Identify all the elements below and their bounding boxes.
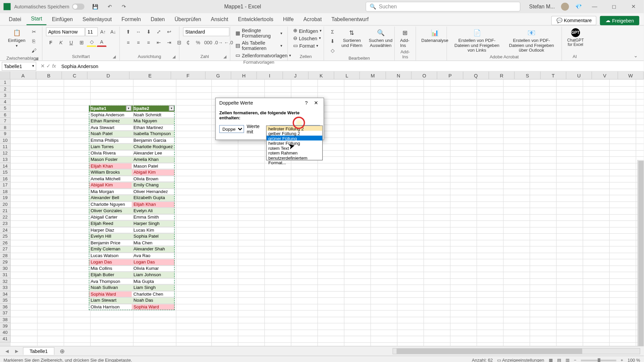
row-header[interactable]: 12 [0, 150, 11, 156]
filter-icon[interactable]: ▾ [126, 106, 131, 111]
table-cell[interactable]: Liam Johnson [132, 272, 175, 278]
row-header[interactable]: 40 [0, 329, 11, 336]
avatar[interactable] [561, 3, 569, 11]
table-cell[interactable]: Amelia Khan [132, 157, 175, 163]
tab-ansicht[interactable]: Ansicht [206, 14, 232, 25]
row-header[interactable]: 17 [0, 182, 11, 188]
clear-icon[interactable]: ◇ [328, 46, 337, 55]
tab-hilfe[interactable]: Hilfe [279, 14, 298, 25]
page-layout-icon[interactable]: ▤ [557, 358, 561, 362]
row-header[interactable]: 3 [0, 92, 11, 99]
format-as-table-button[interactable]: ▤Als Tabelle formatieren▾ [234, 40, 284, 51]
zoom-out-icon[interactable]: − [574, 358, 577, 362]
row-header[interactable]: 41 [0, 336, 11, 342]
table-cell[interactable]: Elijah Butler [89, 272, 132, 278]
table-cell[interactable]: Harper Singh [132, 221, 175, 227]
col-header-G[interactable]: G [205, 72, 231, 79]
table-cell[interactable]: Oliver Hernandez [132, 188, 175, 195]
tab-entwicklertools[interactable]: Entwicklertools [233, 14, 278, 25]
align-right-icon[interactable]: ≡ [144, 38, 153, 47]
data-analysis-button[interactable]: 📊Datenanalyse [420, 27, 450, 44]
row-header[interactable]: 14 [0, 163, 11, 169]
table-cell[interactable]: Charlotte Rodriguez [132, 143, 175, 150]
row-header[interactable]: 28 [0, 252, 11, 259]
col-header-H[interactable]: H [231, 72, 257, 79]
table-cell[interactable]: Mia Collins [89, 265, 132, 272]
insert-cells-button[interactable]: ⊕Einfügen▾ [291, 27, 323, 34]
col-header-N[interactable]: N [386, 72, 412, 79]
col-header-F[interactable]: F [171, 72, 205, 79]
copy-icon[interactable]: ⎘ [29, 37, 39, 45]
share-button[interactable]: ☁ Freigeben [600, 16, 639, 25]
row-header[interactable]: 23 [0, 221, 11, 227]
coming-soon-icon[interactable]: 💎 [575, 4, 582, 10]
table-cell[interactable]: Sophia Ward [132, 304, 175, 310]
pdf-link-button[interactable]: 📄Erstellen von PDF-Dateien und Freigeben… [450, 27, 503, 54]
table-cell[interactable]: Mason Foster [89, 157, 132, 163]
sheet-prev-icon[interactable]: ◀ [4, 349, 11, 353]
grow-font-icon[interactable]: A↑ [98, 27, 108, 36]
table-cell[interactable]: William Brooks [89, 169, 132, 176]
row-header[interactable]: 30 [0, 265, 11, 272]
autosave-toggle[interactable]: Automatisches Speichern [14, 4, 84, 10]
table-cell[interactable]: Emma Phillips [89, 137, 132, 143]
row-header[interactable]: 25 [0, 233, 11, 240]
table-cell[interactable]: Evelyn Ali [132, 207, 175, 214]
table-cell[interactable]: Harper Diaz [89, 227, 132, 233]
tab-datei[interactable]: Datei [4, 14, 25, 25]
row-header[interactable]: 27 [0, 246, 11, 252]
font-size-combo[interactable]: 11 [85, 27, 98, 36]
row-header[interactable]: 7 [0, 118, 11, 124]
align-bottom-icon[interactable]: ⬇ [144, 27, 153, 36]
fx-icon[interactable]: fx [52, 63, 56, 69]
col-header-A[interactable]: A [10, 72, 36, 79]
tab-daten[interactable]: Daten [146, 14, 169, 25]
comma-icon[interactable]: 000 [203, 38, 213, 47]
table-cell[interactable]: Abigail Kim [132, 169, 175, 176]
col-header-K[interactable]: K [309, 72, 334, 79]
search-box[interactable]: 🔍 Suchen [366, 2, 520, 11]
col-header-B[interactable]: B [36, 72, 62, 79]
table-cell[interactable]: Alexander Shah [132, 246, 175, 252]
format-painter-icon[interactable]: 🖌 [29, 46, 39, 55]
row-header[interactable]: 37 [0, 310, 11, 316]
col-header-E[interactable]: E [129, 72, 171, 79]
indent-inc-icon[interactable]: ⇥ [164, 38, 174, 47]
chatgpt-button[interactable]: GPTChatGPT for Excel [566, 27, 586, 48]
cell-styles-button[interactable]: ▭Zellenformatvorlagen▾ [234, 52, 293, 59]
pdf-outlook-button[interactable]: 📧Erstellen von PDF-Dateien und Freigeben… [505, 27, 558, 54]
align-middle-icon[interactable]: ↔ [133, 27, 143, 36]
table-cell[interactable]: Olivia Kumar [132, 265, 175, 272]
row-header[interactable]: 19 [0, 195, 11, 201]
row-header[interactable]: 13 [0, 157, 11, 163]
orientation-icon[interactable]: ⤢ [154, 27, 164, 36]
table-cell[interactable]: Ethan Ramirez [89, 118, 132, 124]
tab-start[interactable]: Start [26, 13, 47, 25]
row-header[interactable]: 9 [0, 131, 11, 137]
table-cell[interactable]: Charlotte Chen [132, 291, 175, 297]
save-icon[interactable]: 💾 [91, 2, 100, 11]
user-name[interactable]: Stefan M... [529, 4, 555, 10]
table-cell[interactable]: Olivia Brown [132, 176, 175, 182]
row-header[interactable]: 35 [0, 297, 11, 304]
enter-formula-icon[interactable]: ✓ [46, 63, 50, 69]
maximize-icon[interactable]: ◻ [607, 4, 621, 10]
table-cell[interactable]: Liam Singh [132, 285, 175, 291]
table-cell[interactable]: Emily Coleman [89, 246, 132, 252]
table-cell[interactable]: Evelyn Hill [89, 233, 132, 240]
inc-decimal-icon[interactable]: .0→ [214, 38, 223, 47]
table-cell[interactable]: Isabella Thompson [132, 131, 175, 137]
close-icon[interactable]: ✕ [627, 4, 640, 10]
table-cell[interactable]: Noah Patel [89, 131, 132, 137]
toggle-switch[interactable] [72, 4, 84, 10]
col-header-V[interactable]: V [592, 72, 618, 79]
table-cell[interactable]: Abigail Kim [89, 182, 132, 188]
row-header[interactable]: 18 [0, 188, 11, 195]
row-header[interactable]: 29 [0, 259, 11, 265]
add-sheet-icon[interactable]: ⊕ [57, 348, 68, 355]
table-cell[interactable]: Ava Rao [132, 252, 175, 259]
zoom-level[interactable]: 100 % [628, 358, 640, 362]
col-header-W[interactable]: W [618, 72, 644, 79]
table-cell[interactable]: Liam Torres [89, 143, 132, 150]
autosum-icon[interactable]: Σ [328, 27, 337, 36]
